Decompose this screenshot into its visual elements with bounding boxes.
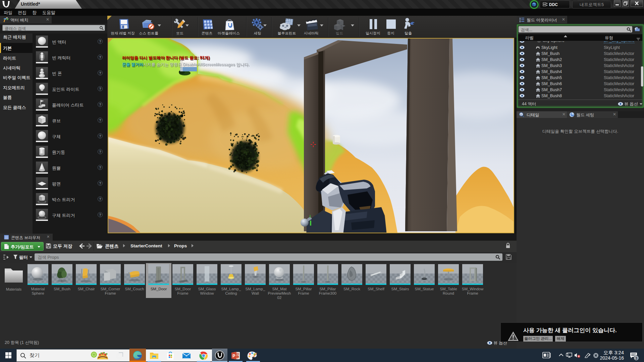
svg-text:P: P (232, 354, 235, 358)
svg-text:시지를 숨기는 명령은 DisableAllScreenMe: 시지를 숨기는 명령은 DisableAllScreenMessages 입니다… (143, 62, 249, 67)
svg-text:라이팅을 다시 빌드해야 합니다 (빌드 필요: 91개): 라이팅을 다시 빌드해야 합니다 (빌드 필요: 91개) (122, 55, 210, 60)
svg-text:문을 열거라: 문을 열거라 (122, 62, 144, 67)
